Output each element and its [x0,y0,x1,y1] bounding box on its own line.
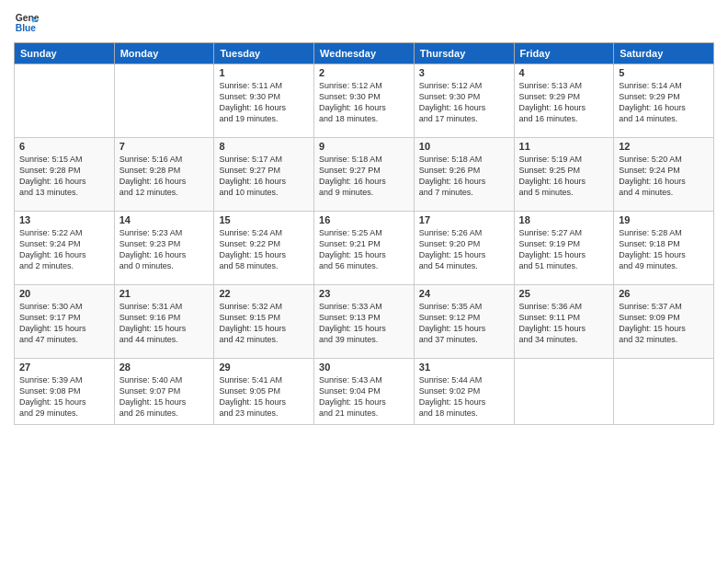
day-info: Sunrise: 5:43 AMSunset: 9:04 PMDaylight:… [319,374,409,419]
day-info: Sunrise: 5:40 AMSunset: 9:07 PMDaylight:… [119,374,210,419]
day-info: Sunrise: 5:16 AMSunset: 9:28 PMDaylight:… [119,154,210,199]
day-number: 10 [419,141,509,152]
day-info: Sunrise: 5:11 AMSunset: 9:30 PMDaylight:… [219,80,309,125]
calendar-cell: 15Sunrise: 5:24 AMSunset: 9:22 PMDayligh… [214,212,314,285]
calendar-cell: 12Sunrise: 5:20 AMSunset: 9:24 PMDayligh… [614,138,714,212]
calendar-cell: 21Sunrise: 5:31 AMSunset: 9:16 PMDayligh… [114,285,214,359]
calendar-cell: 2Sunrise: 5:12 AMSunset: 9:30 PMDaylight… [314,64,415,138]
day-info: Sunrise: 5:18 AMSunset: 9:27 PMDaylight:… [319,154,409,199]
day-number: 13 [19,214,109,225]
day-info: Sunrise: 5:20 AMSunset: 9:24 PMDaylight:… [619,154,709,199]
col-header-thursday: Thursday [414,43,514,64]
calendar-week-row: 6Sunrise: 5:15 AMSunset: 9:28 PMDaylight… [15,138,714,212]
day-number: 27 [19,362,109,373]
day-number: 17 [419,214,509,225]
calendar-cell: 31Sunrise: 5:44 AMSunset: 9:02 PMDayligh… [414,359,514,425]
calendar-cell: 27Sunrise: 5:39 AMSunset: 9:08 PMDayligh… [15,359,115,425]
day-number: 21 [119,288,210,299]
day-number: 24 [419,288,509,299]
col-header-sunday: Sunday [15,43,115,64]
day-number: 8 [219,141,309,152]
calendar-cell: 5Sunrise: 5:14 AMSunset: 9:29 PMDaylight… [614,64,714,138]
day-number: 4 [519,67,609,78]
calendar-cell: 23Sunrise: 5:33 AMSunset: 9:13 PMDayligh… [314,285,415,359]
calendar-week-row: 27Sunrise: 5:39 AMSunset: 9:08 PMDayligh… [15,359,714,425]
calendar-cell: 20Sunrise: 5:30 AMSunset: 9:17 PMDayligh… [15,285,115,359]
day-number: 18 [519,214,609,225]
day-number: 2 [319,67,409,78]
day-number: 1 [219,67,309,78]
day-info: Sunrise: 5:32 AMSunset: 9:15 PMDaylight:… [219,301,309,346]
day-number: 12 [619,141,709,152]
day-info: Sunrise: 5:37 AMSunset: 9:09 PMDaylight:… [619,301,709,346]
calendar-week-row: 13Sunrise: 5:22 AMSunset: 9:24 PMDayligh… [15,212,714,285]
svg-text:Blue: Blue [16,23,37,33]
day-number: 7 [119,141,210,152]
day-info: Sunrise: 5:25 AMSunset: 9:21 PMDaylight:… [319,227,409,272]
day-number: 25 [519,288,609,299]
day-info: Sunrise: 5:33 AMSunset: 9:13 PMDaylight:… [319,301,409,346]
calendar-cell: 8Sunrise: 5:17 AMSunset: 9:27 PMDaylight… [214,138,314,212]
calendar-cell: 30Sunrise: 5:43 AMSunset: 9:04 PMDayligh… [314,359,415,425]
calendar-cell: 4Sunrise: 5:13 AMSunset: 9:29 PMDaylight… [514,64,614,138]
day-info: Sunrise: 5:12 AMSunset: 9:30 PMDaylight:… [319,80,409,125]
logo-icon: General Blue [14,9,40,35]
calendar-cell: 25Sunrise: 5:36 AMSunset: 9:11 PMDayligh… [514,285,614,359]
day-number: 11 [519,141,609,152]
day-info: Sunrise: 5:24 AMSunset: 9:22 PMDaylight:… [219,227,309,272]
day-number: 29 [219,362,309,373]
day-number: 22 [219,288,309,299]
day-info: Sunrise: 5:19 AMSunset: 9:25 PMDaylight:… [519,154,609,199]
day-number: 15 [219,214,309,225]
day-info: Sunrise: 5:41 AMSunset: 9:05 PMDaylight:… [219,374,309,419]
col-header-saturday: Saturday [614,43,714,64]
col-header-tuesday: Tuesday [214,43,314,64]
day-number: 5 [619,67,709,78]
calendar-cell: 11Sunrise: 5:19 AMSunset: 9:25 PMDayligh… [514,138,614,212]
day-info: Sunrise: 5:13 AMSunset: 9:29 PMDaylight:… [519,80,609,125]
calendar-header-row: SundayMondayTuesdayWednesdayThursdayFrid… [15,43,714,64]
day-number: 26 [619,288,709,299]
calendar-cell: 16Sunrise: 5:25 AMSunset: 9:21 PMDayligh… [314,212,415,285]
day-info: Sunrise: 5:28 AMSunset: 9:18 PMDaylight:… [619,227,709,272]
day-info: Sunrise: 5:35 AMSunset: 9:12 PMDaylight:… [419,301,509,346]
calendar-cell [15,64,115,138]
day-number: 31 [419,362,509,373]
calendar-cell: 29Sunrise: 5:41 AMSunset: 9:05 PMDayligh… [214,359,314,425]
calendar-week-row: 1Sunrise: 5:11 AMSunset: 9:30 PMDaylight… [15,64,714,138]
day-info: Sunrise: 5:27 AMSunset: 9:19 PMDaylight:… [519,227,609,272]
calendar-cell: 10Sunrise: 5:18 AMSunset: 9:26 PMDayligh… [414,138,514,212]
day-info: Sunrise: 5:23 AMSunset: 9:23 PMDaylight:… [119,227,210,272]
col-header-friday: Friday [514,43,614,64]
calendar-cell: 9Sunrise: 5:18 AMSunset: 9:27 PMDaylight… [314,138,415,212]
calendar-cell: 7Sunrise: 5:16 AMSunset: 9:28 PMDaylight… [114,138,214,212]
day-number: 20 [19,288,109,299]
calendar-cell: 1Sunrise: 5:11 AMSunset: 9:30 PMDaylight… [214,64,314,138]
day-info: Sunrise: 5:17 AMSunset: 9:27 PMDaylight:… [219,154,309,199]
day-number: 14 [119,214,210,225]
day-info: Sunrise: 5:36 AMSunset: 9:11 PMDaylight:… [519,301,609,346]
calendar-cell [114,64,214,138]
calendar-cell: 22Sunrise: 5:32 AMSunset: 9:15 PMDayligh… [214,285,314,359]
calendar-cell [514,359,614,425]
day-info: Sunrise: 5:15 AMSunset: 9:28 PMDaylight:… [19,154,109,199]
day-number: 9 [319,141,409,152]
calendar-cell: 26Sunrise: 5:37 AMSunset: 9:09 PMDayligh… [614,285,714,359]
day-info: Sunrise: 5:30 AMSunset: 9:17 PMDaylight:… [19,301,109,346]
day-info: Sunrise: 5:22 AMSunset: 9:24 PMDaylight:… [19,227,109,272]
day-number: 30 [319,362,409,373]
day-info: Sunrise: 5:12 AMSunset: 9:30 PMDaylight:… [419,80,509,125]
day-number: 19 [619,214,709,225]
calendar-week-row: 20Sunrise: 5:30 AMSunset: 9:17 PMDayligh… [15,285,714,359]
page-header: General Blue [14,9,714,35]
day-info: Sunrise: 5:18 AMSunset: 9:26 PMDaylight:… [419,154,509,199]
calendar-cell: 19Sunrise: 5:28 AMSunset: 9:18 PMDayligh… [614,212,714,285]
col-header-wednesday: Wednesday [314,43,415,64]
day-number: 28 [119,362,210,373]
calendar-cell: 18Sunrise: 5:27 AMSunset: 9:19 PMDayligh… [514,212,614,285]
day-info: Sunrise: 5:44 AMSunset: 9:02 PMDaylight:… [419,374,509,419]
calendar: SundayMondayTuesdayWednesdayThursdayFrid… [14,42,714,425]
calendar-cell: 13Sunrise: 5:22 AMSunset: 9:24 PMDayligh… [15,212,115,285]
calendar-cell: 17Sunrise: 5:26 AMSunset: 9:20 PMDayligh… [414,212,514,285]
day-info: Sunrise: 5:39 AMSunset: 9:08 PMDaylight:… [19,374,109,419]
